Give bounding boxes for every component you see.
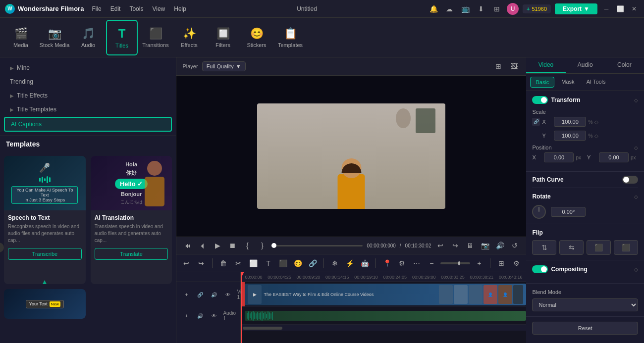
audio1-hide-icon[interactable]: 👁: [208, 310, 220, 322]
fullscreen-button[interactable]: 🖥: [465, 240, 476, 251]
toolbar-media[interactable]: 🎬 Media: [5, 20, 37, 55]
crop-button[interactable]: ⬜: [247, 257, 259, 269]
position-y-input[interactable]: [599, 152, 629, 162]
toolbar-effects[interactable]: ✨ Effects: [173, 20, 205, 55]
scale-y-input[interactable]: [554, 131, 586, 141]
tab-video[interactable]: Video: [526, 57, 565, 73]
menu-tools[interactable]: Tools: [129, 5, 143, 12]
collapse-panel-button[interactable]: ‹: [0, 243, 4, 252]
grid-view-icon[interactable]: ⊞: [492, 60, 504, 72]
audio1-content[interactable]: [241, 307, 526, 324]
mark-out-button[interactable]: }: [257, 240, 268, 251]
mask-button[interactable]: ⬛: [277, 257, 289, 269]
tab-color[interactable]: Color: [605, 57, 644, 73]
menu-view[interactable]: View: [152, 5, 165, 12]
cloud-icon[interactable]: ☁: [443, 3, 455, 15]
flip-paste-button[interactable]: ⬛: [614, 240, 638, 255]
toolbar-stickers[interactable]: 😊 Stickers: [241, 20, 272, 55]
compositing-keyframe[interactable]: ◇: [634, 267, 638, 272]
video-clip[interactable]: ▶ The EASIEST Way to Film & Edit Online …: [245, 284, 526, 305]
notification-icon[interactable]: 🔔: [428, 3, 439, 15]
text-button[interactable]: T: [262, 257, 274, 269]
delete-button[interactable]: 🗑: [217, 257, 229, 269]
ai-button[interactable]: 🤖: [359, 257, 371, 269]
maximize-button[interactable]: ⬜: [615, 4, 625, 14]
toolbar-filters[interactable]: 🔲 Filters: [207, 20, 239, 55]
play-button[interactable]: ▶: [212, 240, 223, 251]
skip-back-button[interactable]: ⏮: [182, 240, 193, 251]
nav-title-effects[interactable]: ▶ Title Effects: [4, 89, 172, 102]
menu-edit[interactable]: Edit: [110, 5, 121, 12]
freeze-button[interactable]: ❄: [329, 257, 341, 269]
video1-add-icon[interactable]: +: [180, 289, 192, 300]
toolbar-stock-media[interactable]: 📷 Stock Media: [39, 20, 70, 55]
quality-selector[interactable]: Full Quality ▼: [202, 61, 246, 71]
menu-file[interactable]: File: [92, 5, 101, 12]
reset-button[interactable]: Reset: [532, 322, 638, 335]
subtab-basic[interactable]: Basic: [530, 77, 554, 88]
export-button[interactable]: Export ▼: [555, 3, 597, 14]
toolbar-templates[interactable]: 📋 Templates: [274, 20, 306, 55]
tab-audio[interactable]: Audio: [566, 57, 605, 73]
video1-hide-icon[interactable]: 👁: [222, 289, 234, 300]
photo-icon[interactable]: 🖼: [508, 60, 520, 72]
zoom-slider[interactable]: [440, 262, 470, 264]
cut-button[interactable]: ✂: [232, 257, 244, 269]
nav-ai-captions[interactable]: AI Captions: [4, 117, 172, 132]
video1-content[interactable]: ▶ The EASIEST Way to Film & Edit Online …: [241, 282, 526, 306]
speech-to-text-card[interactable]: 🎤 You Can Make AI Speech To TextIn Just …: [4, 156, 86, 284]
user-avatar[interactable]: U: [507, 3, 519, 15]
flip-horizontal-button[interactable]: ⇆: [559, 240, 584, 255]
nav-mine[interactable]: ▶ Mine: [4, 61, 172, 74]
scroll-thumb[interactable]: [243, 327, 282, 330]
playhead[interactable]: [241, 272, 242, 343]
screenshot-button[interactable]: 📷: [480, 240, 490, 251]
scale-y-keyframe[interactable]: ◇: [594, 133, 598, 139]
volume-button[interactable]: 🔊: [494, 240, 505, 251]
nav-title-templates[interactable]: ▶ Title Templates: [4, 103, 172, 116]
undo-button[interactable]: ↩: [180, 257, 192, 269]
audio1-add-icon[interactable]: +: [180, 310, 192, 322]
minimize-button[interactable]: ─: [601, 4, 611, 14]
video1-mute-icon[interactable]: 🔊: [208, 289, 220, 300]
subtab-mask[interactable]: Mask: [556, 77, 579, 88]
layout-button[interactable]: ⊞: [495, 257, 507, 269]
marker-button[interactable]: 📍: [381, 257, 393, 269]
more-button[interactable]: ⋯: [411, 257, 423, 269]
apps-icon[interactable]: ⊞: [491, 3, 503, 15]
fwd-frame-button[interactable]: ↪: [450, 240, 461, 251]
back-frame-button[interactable]: ↩: [435, 240, 446, 251]
transform-toggle[interactable]: [532, 96, 548, 104]
nav-trending[interactable]: Trending: [4, 75, 172, 88]
split-button[interactable]: ⚙: [396, 257, 408, 269]
progress-bar[interactable]: [271, 245, 363, 246]
play-back-button[interactable]: ⏴: [197, 240, 208, 251]
toolbar-transitions[interactable]: ⬛ Transitions: [140, 20, 171, 55]
zoom-in-button[interactable]: +: [473, 257, 485, 269]
menu-help[interactable]: Help: [174, 5, 186, 12]
flip-vertical-button[interactable]: ⇅: [532, 240, 556, 255]
translate-button[interactable]: Translate: [95, 248, 168, 260]
ai-translation-card[interactable]: Hola 你好 Hello ✓ Bonjour こんにちは AI Transla…: [91, 156, 172, 284]
link-button[interactable]: 🔗: [307, 257, 319, 269]
mark-in-button[interactable]: {: [242, 240, 253, 251]
video1-chain-icon[interactable]: 🔗: [194, 289, 206, 300]
scale-x-keyframe[interactable]: ◇: [594, 119, 598, 125]
effects-button[interactable]: 😊: [292, 257, 304, 269]
compositing-toggle[interactable]: [532, 265, 548, 273]
close-button[interactable]: ✕: [629, 4, 639, 14]
stop-button[interactable]: ⏹: [227, 240, 238, 251]
position-keyframe[interactable]: ◇: [634, 145, 638, 150]
download-icon[interactable]: ⬇: [475, 3, 487, 15]
position-x-input[interactable]: [544, 152, 574, 162]
audio1-mute-icon[interactable]: 🔊: [194, 310, 206, 322]
toolbar-titles[interactable]: T Titles: [106, 20, 138, 55]
speed-button[interactable]: ⚡: [344, 257, 356, 269]
flip-copy-button[interactable]: ⬛: [587, 240, 611, 255]
monitor-icon[interactable]: 📺: [459, 3, 471, 15]
settings-button[interactable]: ⚙: [510, 257, 522, 269]
blend-mode-select[interactable]: Normal Dissolve Multiply Screen Overlay: [532, 298, 638, 311]
rotate-keyframe[interactable]: ◇: [634, 194, 638, 199]
rotate-input[interactable]: [551, 207, 586, 217]
audio-clip[interactable]: [245, 311, 526, 321]
